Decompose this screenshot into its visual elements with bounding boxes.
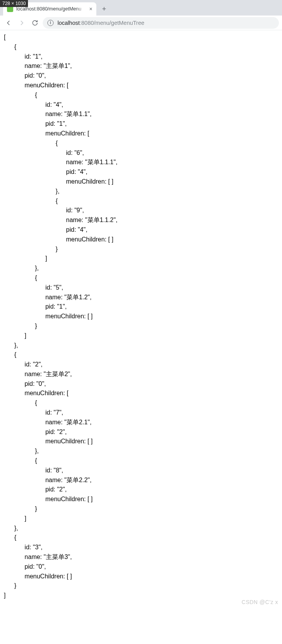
- new-tab-button[interactable]: +: [99, 3, 110, 14]
- json-line: pid: "0",: [4, 71, 278, 81]
- json-line: menuChildren: [ ]: [4, 495, 278, 504]
- json-line: ]: [4, 331, 278, 341]
- tab-strip: localhost:8080/menu/getMenu × +: [0, 0, 282, 16]
- address-bar[interactable]: i localhost:8080/menu/getMenuTree: [43, 17, 279, 29]
- json-line: {: [4, 350, 278, 360]
- json-line: name: "菜单1.1.2",: [4, 215, 278, 225]
- url-host: localhost: [57, 20, 80, 26]
- json-line: name: "主菜单1",: [4, 61, 278, 71]
- json-line: ]: [4, 591, 278, 601]
- json-line: pid: "4",: [4, 167, 278, 177]
- json-line: menuChildren: [ ]: [4, 312, 278, 321]
- arrow-right-icon: [18, 19, 25, 26]
- json-line: pid: "4",: [4, 225, 278, 235]
- json-line: name: "菜单2.2",: [4, 476, 278, 485]
- json-line: id: "9",: [4, 206, 278, 215]
- json-line: id: "2",: [4, 360, 278, 370]
- json-line: id: "3",: [4, 543, 278, 552]
- json-line: {: [4, 533, 278, 543]
- json-line: menuChildren: [: [4, 129, 278, 139]
- forward-button[interactable]: [16, 17, 27, 28]
- json-line: },: [4, 187, 278, 196]
- json-line: {: [4, 139, 278, 148]
- json-line: },: [4, 524, 278, 533]
- json-line: id: "6",: [4, 148, 278, 158]
- json-line: name: "菜单1.2",: [4, 293, 278, 302]
- json-line: id: "4",: [4, 100, 278, 110]
- json-line: }: [4, 504, 278, 514]
- json-line: {: [4, 398, 278, 408]
- json-line: ]: [4, 514, 278, 524]
- json-line: ]: [4, 254, 278, 264]
- json-line: }: [4, 321, 278, 331]
- json-line: pid: "1",: [4, 119, 278, 129]
- json-line: pid: "0",: [4, 379, 278, 389]
- dimension-badge: 728 × 1030: [0, 0, 28, 7]
- json-line: [: [4, 33, 278, 42]
- json-line: pid: "0",: [4, 562, 278, 572]
- browser-toolbar: i localhost:8080/menu/getMenuTree: [0, 16, 282, 30]
- json-line: {: [4, 90, 278, 100]
- arrow-left-icon: [5, 19, 12, 26]
- reload-button[interactable]: [30, 17, 40, 28]
- json-line: name: "菜单2.1",: [4, 418, 278, 427]
- json-line: id: "1",: [4, 52, 278, 62]
- reload-icon: [31, 19, 38, 26]
- json-line: {: [4, 196, 278, 206]
- json-line: }: [4, 245, 278, 254]
- json-line: },: [4, 446, 278, 456]
- json-line: pid: "2",: [4, 427, 278, 437]
- url-path: :8080/menu/getMenuTree: [80, 20, 144, 26]
- json-line: menuChildren: [ ]: [4, 177, 278, 187]
- back-button[interactable]: [3, 17, 14, 28]
- json-line: id: "5",: [4, 283, 278, 293]
- json-line: },: [4, 264, 278, 273]
- tab-title: localhost:8080/menu/getMenu: [16, 6, 86, 12]
- json-line: menuChildren: [ ]: [4, 572, 278, 582]
- watermark-text: CSDN @C'z x: [242, 599, 278, 605]
- json-line: pid: "2",: [4, 485, 278, 495]
- json-line: name: "菜单1.1",: [4, 109, 278, 119]
- json-line: },: [4, 341, 278, 351]
- site-info-icon[interactable]: i: [47, 20, 54, 26]
- json-line: id: "7",: [4, 408, 278, 418]
- json-viewer: [ { id: "1", name: "主菜单1", pid: "0", men…: [0, 30, 282, 608]
- json-line: menuChildren: [ ]: [4, 437, 278, 446]
- json-line: name: "主菜单2",: [4, 370, 278, 379]
- json-line: menuChildren: [ ]: [4, 235, 278, 245]
- json-line: }: [4, 581, 278, 591]
- tab-close-button[interactable]: ×: [89, 6, 92, 12]
- json-line: pid: "1",: [4, 302, 278, 312]
- json-line: id: "8",: [4, 466, 278, 476]
- json-line: menuChildren: [: [4, 81, 278, 90]
- json-line: {: [4, 42, 278, 52]
- json-line: name: "主菜单3",: [4, 552, 278, 562]
- json-line: menuChildren: [: [4, 389, 278, 398]
- url-text: localhost:8080/menu/getMenuTree: [57, 20, 274, 26]
- json-line: {: [4, 273, 278, 283]
- json-line: {: [4, 456, 278, 466]
- json-line: name: "菜单1.1.1",: [4, 158, 278, 167]
